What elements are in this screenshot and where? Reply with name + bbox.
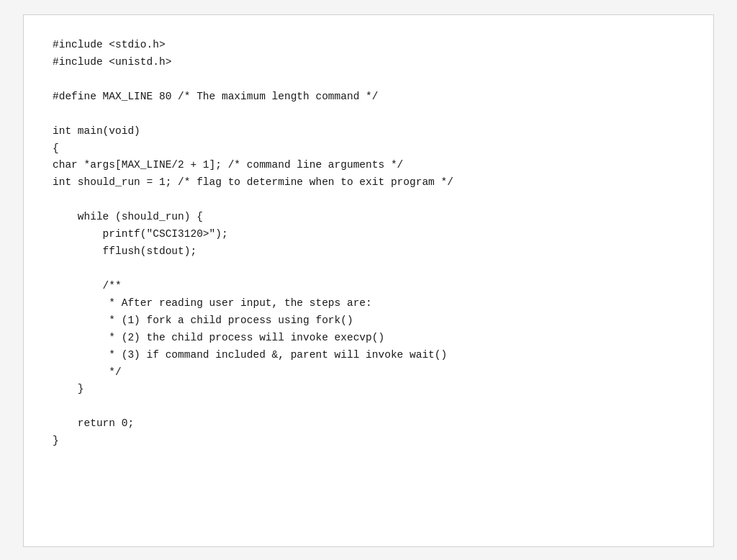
code-line: fflush(stdout);: [53, 243, 684, 261]
code-line: }: [53, 433, 684, 450]
code-line: int main(void): [53, 123, 684, 140]
code-line: [53, 71, 684, 89]
code-line: {: [53, 140, 684, 158]
code-line: #include <unistd.h>: [53, 54, 684, 71]
code-block: #include <stdio.h>#include <unistd.h> #d…: [53, 37, 684, 450]
code-line: */: [53, 364, 684, 381]
code-line: * (2) the child process will invoke exec…: [53, 330, 684, 347]
code-line: char *args[MAX_LINE/2 + 1]; /* command l…: [53, 157, 684, 174]
code-line: [53, 398, 684, 415]
code-line: int should_run = 1; /* flag to determine…: [53, 174, 684, 191]
code-line: #define MAX_LINE 80 /* The maximum lengt…: [53, 89, 684, 106]
code-line: /**: [53, 278, 684, 295]
code-line: * After reading user input, the steps ar…: [53, 295, 684, 312]
code-line: [53, 191, 684, 209]
code-line: #include <stdio.h>: [53, 37, 684, 54]
code-line: while (should_run) {: [53, 209, 684, 226]
code-line: return 0;: [53, 415, 684, 433]
code-line: [53, 261, 684, 278]
code-line: * (3) if command included &, parent will…: [53, 347, 684, 364]
code-line: }: [53, 381, 684, 398]
code-line: printf("CSCI3120>");: [53, 226, 684, 243]
code-container: #include <stdio.h>#include <unistd.h> #d…: [23, 14, 714, 547]
code-line: * (1) fork a child process using fork(): [53, 312, 684, 330]
code-line: [53, 106, 684, 123]
